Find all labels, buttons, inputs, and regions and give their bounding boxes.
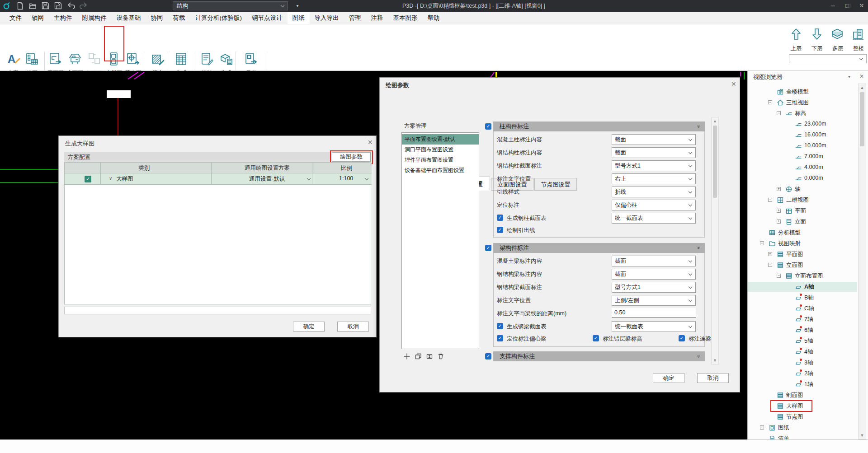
add-scheme-icon[interactable]: [403, 353, 410, 360]
row-checkbox[interactable]: ✓: [593, 335, 599, 341]
row-checkbox[interactable]: ✓: [497, 323, 503, 329]
collapse-icon[interactable]: −: [760, 241, 764, 245]
new-file-icon[interactable]: [15, 2, 24, 10]
tree-item-C轴[interactable]: [748, 304, 857, 313]
params-scroll-thumb[interactable]: [713, 126, 717, 198]
collapse-icon[interactable]: −: [777, 111, 781, 115]
scroll-down-icon[interactable]: ▼: [859, 433, 866, 438]
workspace-combo[interactable]: 结构: [173, 1, 288, 10]
param-select-钢结构梁截面标注[interactable]: 型号方式1: [612, 282, 696, 293]
menu-item-基本图形[interactable]: 基本图形: [388, 12, 423, 24]
delete-scheme-icon[interactable]: [437, 353, 444, 360]
row-scale-value[interactable]: 1:100: [339, 175, 353, 182]
panel-close-icon[interactable]: ✕: [859, 73, 864, 79]
tree-item-图纸[interactable]: [748, 423, 857, 433]
tree-item-0.000m[interactable]: [748, 173, 857, 183]
param-select-生成钢柱截面表[interactable]: 统一截面表: [612, 213, 696, 224]
collapse-icon[interactable]: −: [768, 100, 772, 104]
param-select-钢结构梁标注内容[interactable]: 截面: [612, 269, 696, 280]
tree-item-1轴[interactable]: [748, 379, 857, 389]
expand-icon[interactable]: +: [768, 252, 772, 256]
scheme-item-4[interactable]: 设备基础平面布置图设置: [402, 165, 479, 176]
tree-item-2轴[interactable]: [748, 369, 857, 378]
menu-item-协同[interactable]: 协同: [146, 12, 168, 24]
ok-button[interactable]: 确定: [293, 322, 325, 332]
menu-item-注释[interactable]: 注释: [366, 12, 388, 24]
param-select-混凝土梁标注内容[interactable]: 截面: [612, 256, 696, 266]
tree-item-分析模型[interactable]: [748, 228, 857, 238]
cancel-button[interactable]: 取消: [697, 373, 729, 383]
tree-item-6轴[interactable]: [748, 325, 857, 335]
section-checkbox[interactable]: ✓: [485, 353, 491, 360]
collapse-icon[interactable]: −: [768, 263, 772, 267]
section-checkbox[interactable]: ✓: [485, 123, 491, 130]
open-file-icon[interactable]: [28, 2, 37, 10]
dialog-close-icon[interactable]: ✕: [368, 139, 373, 146]
chevron-down-icon[interactable]: [307, 177, 311, 180]
menu-item-文件[interactable]: 文件: [5, 12, 27, 24]
tree-item-10.000m[interactable]: [748, 141, 857, 151]
menu-item-附属构件[interactable]: 附属构件: [77, 12, 112, 24]
sidebar-scrollbar[interactable]: ▲ ▼: [858, 84, 866, 439]
tree-item-4.000m[interactable]: [748, 163, 857, 173]
tree-item-B轴[interactable]: [748, 293, 857, 303]
section-header-梁构件标注[interactable]: 梁构件标注»: [493, 243, 705, 253]
params-scrollbar[interactable]: ▲▼: [711, 117, 719, 364]
row-checkbox[interactable]: ✓: [85, 176, 91, 182]
menu-item-主构件[interactable]: 主构件: [49, 12, 77, 24]
tree-item-轴[interactable]: [748, 184, 857, 194]
floor-filter-combo[interactable]: [789, 54, 867, 63]
redo-icon[interactable]: [79, 2, 88, 10]
menu-item-导入导出[interactable]: 导入导出: [310, 12, 344, 24]
tree-item-7.000m[interactable]: [748, 152, 857, 162]
row-checkbox[interactable]: ✓: [497, 335, 503, 341]
section-header-柱构件标注[interactable]: 柱构件标注»: [493, 121, 705, 131]
menu-item-设备基础[interactable]: 设备基础: [112, 12, 146, 24]
collapse-icon[interactable]: −: [768, 198, 772, 202]
menu-item-帮助[interactable]: 帮助: [423, 12, 445, 24]
table-row[interactable]: ✓ ∨ 大样图 通用设置-默认 1:100: [65, 173, 372, 185]
scroll-up-icon[interactable]: ▲: [859, 85, 866, 90]
menu-item-荷载[interactable]: 荷载: [168, 12, 190, 24]
copy-scheme-icon[interactable]: [415, 353, 422, 360]
section-checkbox[interactable]: ✓: [485, 245, 491, 251]
scheme-item-2[interactable]: 洞口平面布置图设置: [402, 145, 479, 155]
row-expand-icon[interactable]: ∨: [109, 176, 112, 181]
scheme-item-3[interactable]: 埋件平面布置图设置: [402, 155, 479, 165]
menu-item-计算分析(体验版)[interactable]: 计算分析(体验版): [190, 12, 247, 24]
tree-item-4轴[interactable]: [748, 347, 857, 357]
rename-scheme-icon[interactable]: [426, 353, 433, 360]
section-header-支撑构件标注[interactable]: 支撑构件标注»: [493, 351, 705, 361]
menu-item-轴网[interactable]: 轴网: [27, 12, 49, 24]
undo-icon[interactable]: [67, 2, 76, 10]
child-restore-button[interactable]: ❐: [844, 3, 854, 10]
dialog-close-icon[interactable]: ✕: [731, 80, 736, 88]
param-input-标注文字与梁线的距离(mm)[interactable]: 0.50: [612, 308, 696, 318]
toolbar-options-icon[interactable]: ▾: [293, 2, 302, 11]
param-select-引线样式[interactable]: 折线: [612, 187, 696, 197]
tree-item-视图映射[interactable]: [748, 238, 857, 248]
param-select-钢结构柱截面标注[interactable]: 型号方式1: [612, 160, 696, 171]
menu-item-图纸[interactable]: 图纸: [288, 12, 310, 24]
param-select-生成钢梁截面表[interactable]: 统一截面表: [612, 321, 696, 332]
param-select-定位标注[interactable]: 仅偏心柱: [612, 200, 696, 210]
save-as-icon[interactable]: [53, 2, 62, 10]
row-checkbox[interactable]: ✓: [497, 215, 503, 221]
param-select-标注文字位置[interactable]: 右上: [612, 173, 696, 184]
tree-item-16.000m[interactable]: [748, 130, 857, 140]
expand-icon[interactable]: +: [777, 219, 781, 224]
scroll-up-icon[interactable]: ▲: [712, 119, 718, 123]
child-close-button[interactable]: ✕: [855, 3, 866, 10]
panel-menu-icon[interactable]: ▾: [848, 74, 850, 79]
collapse-icon[interactable]: −: [777, 274, 781, 278]
tree-item-23.000m[interactable]: [748, 119, 857, 129]
menu-item-钢节点设计[interactable]: 钢节点设计: [247, 12, 288, 24]
tree-item-3轴[interactable]: [748, 358, 857, 368]
sidebar-scroll-thumb[interactable]: [860, 92, 864, 146]
scroll-down-icon[interactable]: ▼: [712, 358, 718, 363]
row-checkbox[interactable]: ✓: [497, 227, 503, 233]
expand-icon[interactable]: +: [777, 209, 781, 213]
tree-item-7轴[interactable]: [748, 314, 857, 324]
child-minimize-button[interactable]: ─: [832, 3, 843, 10]
param-select-标注文字位置[interactable]: 上侧/左侧: [612, 295, 696, 306]
